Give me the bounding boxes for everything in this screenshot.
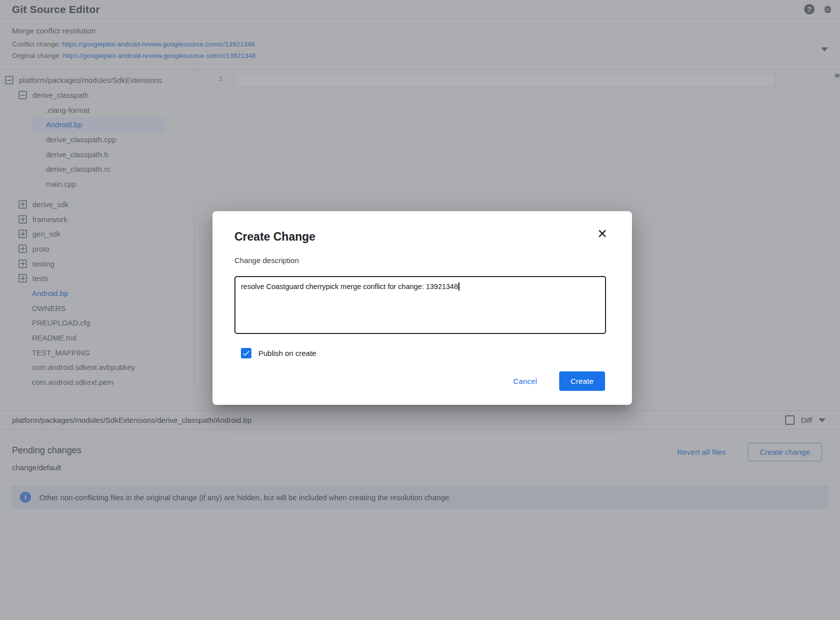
publish-on-create-checkbox[interactable]: [241, 348, 251, 358]
dialog-actions: Cancel Create: [513, 371, 605, 391]
dialog-title: Create Change: [234, 230, 315, 244]
change-description-value: resolve Coastguard cherrypick merge conf…: [241, 283, 458, 291]
change-description-label: Change description: [234, 256, 299, 265]
create-change-dialog: ✕ Create Change Change description resol…: [212, 211, 632, 405]
create-button[interactable]: Create: [559, 371, 605, 391]
text-cursor: [458, 283, 459, 291]
git-source-editor-app: Git Source Editor ? Merge conflict resol…: [0, 0, 840, 620]
change-description-input[interactable]: resolve Coastguard cherrypick merge conf…: [234, 276, 606, 334]
publish-on-create-label: Publish on create: [258, 349, 316, 357]
cancel-button[interactable]: Cancel: [513, 377, 537, 385]
publish-on-create-row: Publish on create: [241, 348, 316, 358]
close-icon[interactable]: ✕: [597, 228, 608, 240]
